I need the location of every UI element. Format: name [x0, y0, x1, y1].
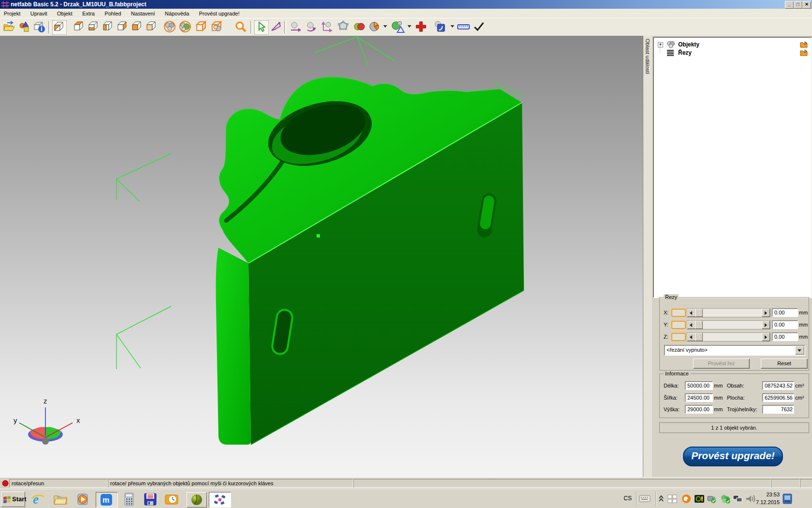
dropdown-arrow-button[interactable] [795, 346, 804, 355]
slider-left-arrow[interactable] [687, 321, 696, 329]
tree-row-rezy[interactable]: Řezy [654, 49, 811, 57]
maximize-button[interactable]: □ [794, 1, 802, 9]
menu-pohled[interactable]: Pohled [101, 9, 125, 16]
cut-y-value-input[interactable]: 0.00 [772, 320, 798, 329]
collapse-chevron-icon[interactable] [658, 494, 664, 504]
maxthon-icon[interactable]: m [96, 492, 118, 508]
cut-pie-icon[interactable] [368, 20, 382, 34]
slider-right-arrow[interactable] [762, 333, 770, 341]
slider-thumb[interactable] [695, 333, 703, 341]
status-empty-field [353, 479, 771, 488]
menu-nastaveni[interactable]: Nastavení [127, 9, 159, 16]
outlook-icon[interactable] [164, 492, 179, 507]
cut-x-toggle[interactable] [671, 309, 686, 317]
nvidia-icon[interactable] [694, 494, 705, 504]
view-cube-iso-icon[interactable] [52, 20, 67, 35]
start-button[interactable]: Start [1, 492, 25, 507]
viewport-3d[interactable]: z y x [0, 36, 643, 477]
zoom-icon[interactable] [234, 20, 248, 34]
view-cube-back-icon[interactable] [145, 20, 159, 34]
packing-box-parts-icon[interactable] [210, 20, 224, 34]
netfabb-taskbar-icon[interactable] [209, 492, 231, 508]
sync-icon[interactable] [720, 494, 731, 504]
menu-napoveda[interactable]: Nápověda [161, 9, 193, 16]
packing-selected-icon[interactable] [179, 20, 192, 34]
open-folder-icon[interactable] [800, 41, 808, 48]
save-floppy-icon[interactable] [143, 492, 158, 507]
show-desktop-icon[interactable] [782, 493, 793, 503]
netfabb-sphere-icon[interactable] [187, 492, 207, 508]
keyboard-icon[interactable] [639, 494, 651, 504]
measure-flag-icon[interactable] [270, 20, 283, 34]
view-cube-top-icon[interactable] [72, 20, 86, 34]
packing-box-icon[interactable] [195, 20, 208, 34]
calculator-icon[interactable] [122, 492, 136, 507]
menu-objekt[interactable]: Objekt [53, 9, 76, 16]
support-dropdown-icon[interactable] [450, 25, 454, 28]
cut-x-value-input[interactable]: 0.00 [772, 308, 798, 317]
view-cube-front-icon[interactable] [130, 20, 144, 34]
execute-cut-button[interactable]: Provést řez [693, 359, 750, 369]
support-tool-icon[interactable] [434, 20, 447, 34]
media-player-icon[interactable] [75, 492, 90, 507]
clock[interactable]: 23:53 7.12.2015 [736, 491, 780, 506]
packing-spheres-icon[interactable] [163, 20, 177, 34]
avast-icon[interactable] [682, 494, 691, 504]
tree-row-objekty[interactable]: + Objekty [654, 41, 811, 49]
internet-explorer-icon[interactable]: e [31, 492, 45, 507]
object-tree[interactable]: + Objekty Řezy [653, 37, 812, 298]
add-part-icon[interactable] [18, 20, 32, 34]
close-button[interactable]: ✕ [802, 1, 811, 9]
view-cube-right-icon[interactable] [116, 20, 130, 34]
cut-y-slider[interactable] [687, 320, 770, 329]
minimize-button[interactable]: _ [785, 1, 794, 9]
cut-z-toggle[interactable] [671, 333, 686, 341]
upgrade-button[interactable]: Provést upgrade! [683, 447, 783, 466]
edit-triangles-icon[interactable] [337, 20, 350, 34]
cut-y-toggle[interactable] [671, 321, 686, 329]
part-info-icon[interactable] [33, 20, 46, 34]
slider-thumb[interactable] [695, 321, 703, 329]
open-folder-icon[interactable] [800, 49, 808, 56]
tree-label[interactable]: Řezy [678, 49, 692, 56]
apply-check-icon[interactable] [473, 20, 486, 34]
cut-pie-dropdown-icon[interactable] [383, 25, 387, 28]
ruler-icon[interactable] [457, 20, 470, 34]
cut-mode-select[interactable]: <řezání vypnuto> [664, 345, 805, 356]
rotate-part-icon[interactable] [305, 20, 319, 34]
windows-flag-icon [3, 495, 12, 504]
analyse-part-icon[interactable] [391, 20, 404, 34]
cut-z-slider[interactable] [687, 332, 770, 342]
view-cube-left-icon[interactable] [102, 20, 115, 34]
slider-left-arrow[interactable] [687, 309, 696, 317]
select-cursor-icon[interactable] [254, 20, 269, 35]
event-area-strip[interactable]: Oblast událostí [643, 36, 652, 477]
usb-remove-icon[interactable] [707, 494, 717, 504]
file-explorer-icon[interactable] [53, 492, 68, 507]
scale-part-icon[interactable] [321, 20, 334, 34]
cut-z-value-input[interactable]: 0.00 [772, 332, 798, 341]
status-grip[interactable] [800, 479, 812, 488]
tree-label[interactable]: Objekty [678, 41, 699, 48]
menu-projekt[interactable]: Projekt [0, 9, 24, 16]
slider-thumb[interactable] [695, 309, 703, 317]
analyse-dropdown-icon[interactable] [407, 25, 411, 28]
language-indicator[interactable]: CS [624, 495, 632, 505]
cut-x-slider[interactable] [687, 308, 770, 317]
model-part[interactable] [216, 77, 524, 445]
boolean-operation-icon[interactable] [353, 20, 366, 34]
slider-right-arrow[interactable] [762, 321, 770, 329]
slider-right-arrow[interactable] [762, 309, 770, 317]
repair-part-icon[interactable] [415, 20, 428, 34]
menu-upravit[interactable]: Upravit [27, 9, 51, 16]
cut-x-unit: mm [799, 310, 808, 315]
view-cube-bottom-icon[interactable] [87, 20, 101, 34]
windows-update-icon[interactable] [667, 494, 678, 504]
model-canvas[interactable]: z y x [0, 36, 643, 477]
menu-extra[interactable]: Extra [78, 9, 99, 16]
open-project-icon[interactable] [3, 20, 16, 34]
move-part-icon[interactable] [289, 20, 303, 34]
reset-button[interactable]: Reset [761, 359, 808, 369]
menu-provest-upgrade[interactable]: Provést upgrade! [195, 9, 244, 16]
slider-left-arrow[interactable] [687, 333, 696, 341]
